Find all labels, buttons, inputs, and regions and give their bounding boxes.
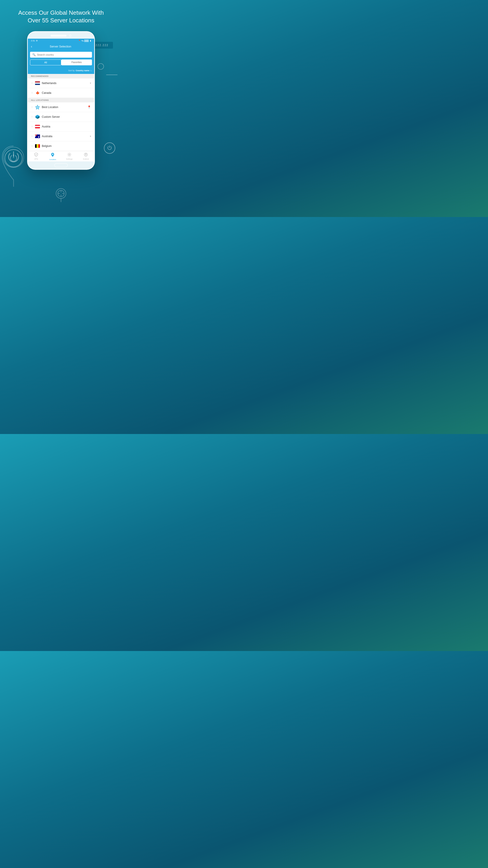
phone-home-button[interactable] <box>54 163 68 167</box>
nav-item-location[interactable]: Location <box>44 153 61 160</box>
vpn-nav-label: VPN <box>34 158 38 160</box>
search-input-wrapper: 🔍 <box>30 52 92 58</box>
nav-item-extend[interactable]: Extend <box>78 153 94 160</box>
status-location-icon: 📍 <box>78 39 80 42</box>
list-item-canada[interactable]: ☆ 🍁 Canada <box>28 88 94 98</box>
back-button[interactable]: ‹ <box>31 44 32 49</box>
svg-point-13 <box>38 136 39 137</box>
status-time: 2:31 <box>31 39 35 42</box>
section-recommended: RECOMMENDED <box>28 74 94 79</box>
list-item-australia[interactable]: ☆ Australia ▾ <box>28 131 94 141</box>
svg-point-19 <box>3 147 24 167</box>
extend-nav-icon <box>84 153 88 158</box>
country-name-belgium: Belgium <box>42 145 91 148</box>
settings-nav-icon <box>67 153 71 158</box>
location-nav-label: Location <box>49 158 56 160</box>
bg-power-icon-right <box>104 143 115 154</box>
tab-favorites[interactable]: Favorites <box>61 59 92 65</box>
bg-line-decoration <box>106 74 118 75</box>
flag-netherlands <box>35 81 40 86</box>
phone-frame: 2:31 ⚙ 📍 ▾▴ ▌▌▌ ▮ ‹ Server Selection 🔍 A <box>27 31 95 170</box>
flag-belgium <box>35 144 40 149</box>
country-name-australia: Australia <box>42 135 89 138</box>
search-bar: 🔍 <box>28 51 94 59</box>
sort-row: Sort by Country name ↑↓ <box>28 67 94 74</box>
phone-bottom-bar <box>28 161 94 169</box>
section-all-locations: ALL LOCATIONS <box>28 98 94 102</box>
list-item-austria[interactable]: ☆ Austria <box>28 122 94 131</box>
star-icon-netherlands[interactable]: ☆ <box>31 82 33 85</box>
country-name-best-location: Best Location <box>42 105 87 109</box>
nav-item-vpn[interactable]: VPN <box>28 153 44 160</box>
list-item-best-location[interactable]: ☆ Best Location 📍 <box>28 102 94 112</box>
search-icon: 🔍 <box>32 53 36 56</box>
extend-nav-label: Extend <box>83 158 89 160</box>
country-name-canada: Canada <box>42 91 91 94</box>
bg-pin-left <box>0 144 27 190</box>
svg-point-14 <box>52 154 53 155</box>
flag-australia <box>35 134 40 139</box>
svg-point-15 <box>69 154 70 155</box>
app-bar: ‹ Server Selection <box>28 43 94 51</box>
expand-australia[interactable]: ▾ <box>90 135 91 137</box>
sort-label: Sort by <box>68 69 75 72</box>
list-container: RECOMMENDED ☆ Netherlands ▾ ☆ 🍁 <box>28 74 94 151</box>
settings-nav-label: Settings <box>66 158 72 160</box>
tab-all[interactable]: All <box>30 59 61 65</box>
flag-custom-server <box>35 114 40 119</box>
svg-point-17 <box>56 188 66 198</box>
bg-pin-bottom-center <box>55 188 67 204</box>
status-bar: 2:31 ⚙ 📍 ▾▴ ▌▌▌ ▮ <box>28 39 94 43</box>
search-input[interactable] <box>37 53 90 56</box>
location-nav-icon <box>51 153 55 158</box>
active-location-icon: 📍 <box>87 105 91 109</box>
expand-netherlands[interactable]: ▾ <box>90 82 91 84</box>
flag-canada: 🍁 <box>35 90 40 95</box>
list-item-belgium[interactable]: ☆ Belgium <box>28 141 94 151</box>
nav-item-settings[interactable]: Settings <box>61 153 78 160</box>
list-item-netherlands[interactable]: ☆ Netherlands ▾ <box>28 79 94 88</box>
country-name-austria: Austria <box>42 125 91 128</box>
bg-circle-decoration <box>98 63 104 70</box>
status-gear-icon: ⚙ <box>36 39 38 42</box>
list-item-custom-server[interactable]: ☆ Custom Server <box>28 112 94 122</box>
country-name-custom-server: Custom Server <box>42 115 91 119</box>
phone-mockup: 2:31 ⚙ 📍 ▾▴ ▌▌▌ ▮ ‹ Server Selection 🔍 A <box>27 31 95 170</box>
star-icon-canada[interactable]: ☆ <box>31 91 33 94</box>
flag-best-location <box>35 105 40 110</box>
star-icon-custom-server[interactable]: ☆ <box>31 115 33 118</box>
star-icon-austria[interactable]: ☆ <box>31 125 33 128</box>
bottom-nav: VPN Location Settings <box>28 151 94 161</box>
star-icon-australia[interactable]: ☆ <box>31 135 33 138</box>
page-header-title: Access Our Global Network With Over 55 S… <box>0 0 122 29</box>
status-signal-icon: ▌▌▌ <box>85 39 89 42</box>
tabs-row: All Favorites <box>28 59 94 67</box>
star-icon-belgium[interactable]: ☆ <box>31 145 33 147</box>
star-icon-best-location[interactable]: ☆ <box>31 105 33 108</box>
status-battery-icon: ▮ <box>90 39 91 42</box>
vpn-nav-icon <box>34 153 38 158</box>
phone-camera <box>69 35 71 37</box>
phone-top-bar <box>28 32 94 39</box>
app-bar-title: Server Selection <box>34 45 87 48</box>
phone-speaker <box>51 35 66 37</box>
country-name-netherlands: Netherlands <box>42 82 89 85</box>
flag-austria <box>35 124 40 129</box>
status-wifi-icon: ▾▴ <box>82 39 84 42</box>
sort-value[interactable]: Country name ↑↓ <box>76 69 92 72</box>
